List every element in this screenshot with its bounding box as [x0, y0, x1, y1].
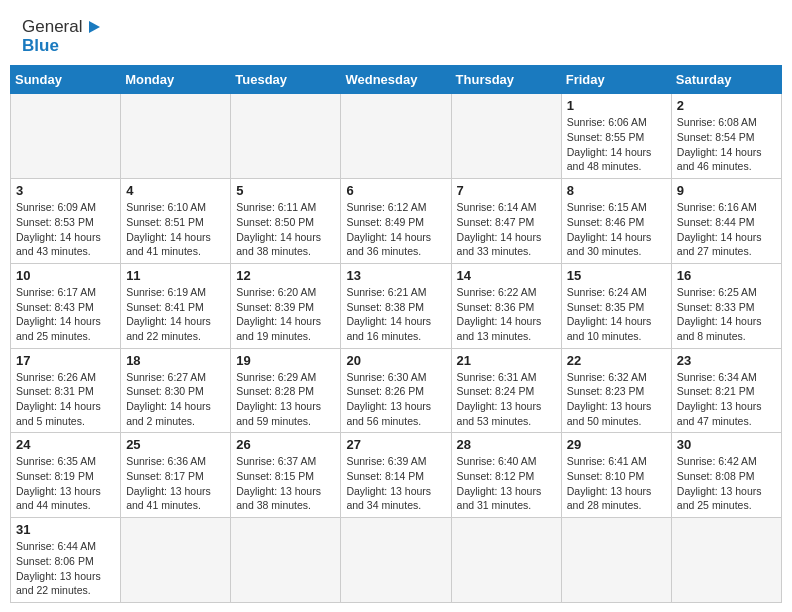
calendar-week-row: 1Sunrise: 6:06 AM Sunset: 8:55 PM Daylig… [11, 94, 782, 179]
calendar-cell: 20Sunrise: 6:30 AM Sunset: 8:26 PM Dayli… [341, 348, 451, 433]
calendar-cell: 6Sunrise: 6:12 AM Sunset: 8:49 PM Daylig… [341, 179, 451, 264]
day-number: 27 [346, 437, 445, 452]
calendar-cell [121, 518, 231, 603]
day-info: Sunrise: 6:27 AM Sunset: 8:30 PM Dayligh… [126, 370, 225, 429]
day-number: 2 [677, 98, 776, 113]
calendar-cell: 1Sunrise: 6:06 AM Sunset: 8:55 PM Daylig… [561, 94, 671, 179]
day-number: 18 [126, 353, 225, 368]
day-number: 31 [16, 522, 115, 537]
calendar-week-row: 17Sunrise: 6:26 AM Sunset: 8:31 PM Dayli… [11, 348, 782, 433]
day-number: 15 [567, 268, 666, 283]
calendar-cell [451, 518, 561, 603]
weekday-header-monday: Monday [121, 66, 231, 94]
day-number: 11 [126, 268, 225, 283]
page-header: General Blue [10, 10, 782, 59]
day-number: 8 [567, 183, 666, 198]
day-number: 9 [677, 183, 776, 198]
day-info: Sunrise: 6:34 AM Sunset: 8:21 PM Dayligh… [677, 370, 776, 429]
calendar-cell: 5Sunrise: 6:11 AM Sunset: 8:50 PM Daylig… [231, 179, 341, 264]
weekday-header-thursday: Thursday [451, 66, 561, 94]
day-number: 1 [567, 98, 666, 113]
day-info: Sunrise: 6:26 AM Sunset: 8:31 PM Dayligh… [16, 370, 115, 429]
calendar-cell: 2Sunrise: 6:08 AM Sunset: 8:54 PM Daylig… [671, 94, 781, 179]
day-number: 29 [567, 437, 666, 452]
day-info: Sunrise: 6:10 AM Sunset: 8:51 PM Dayligh… [126, 200, 225, 259]
calendar-cell: 25Sunrise: 6:36 AM Sunset: 8:17 PM Dayli… [121, 433, 231, 518]
calendar-cell: 22Sunrise: 6:32 AM Sunset: 8:23 PM Dayli… [561, 348, 671, 433]
day-number: 13 [346, 268, 445, 283]
day-info: Sunrise: 6:22 AM Sunset: 8:36 PM Dayligh… [457, 285, 556, 344]
calendar-week-row: 10Sunrise: 6:17 AM Sunset: 8:43 PM Dayli… [11, 263, 782, 348]
calendar-cell: 15Sunrise: 6:24 AM Sunset: 8:35 PM Dayli… [561, 263, 671, 348]
day-info: Sunrise: 6:32 AM Sunset: 8:23 PM Dayligh… [567, 370, 666, 429]
day-info: Sunrise: 6:17 AM Sunset: 8:43 PM Dayligh… [16, 285, 115, 344]
blue-text: Blue [22, 37, 102, 56]
svg-marker-0 [89, 21, 100, 33]
day-info: Sunrise: 6:12 AM Sunset: 8:49 PM Dayligh… [346, 200, 445, 259]
day-number: 14 [457, 268, 556, 283]
blue-arrow-icon [84, 18, 102, 36]
calendar-cell: 3Sunrise: 6:09 AM Sunset: 8:53 PM Daylig… [11, 179, 121, 264]
day-number: 23 [677, 353, 776, 368]
day-number: 3 [16, 183, 115, 198]
calendar-week-row: 3Sunrise: 6:09 AM Sunset: 8:53 PM Daylig… [11, 179, 782, 264]
weekday-header-tuesday: Tuesday [231, 66, 341, 94]
weekday-header-wednesday: Wednesday [341, 66, 451, 94]
day-number: 22 [567, 353, 666, 368]
day-number: 7 [457, 183, 556, 198]
day-number: 5 [236, 183, 335, 198]
day-number: 26 [236, 437, 335, 452]
calendar-cell: 11Sunrise: 6:19 AM Sunset: 8:41 PM Dayli… [121, 263, 231, 348]
calendar-cell: 16Sunrise: 6:25 AM Sunset: 8:33 PM Dayli… [671, 263, 781, 348]
calendar-cell: 9Sunrise: 6:16 AM Sunset: 8:44 PM Daylig… [671, 179, 781, 264]
day-number: 25 [126, 437, 225, 452]
day-number: 17 [16, 353, 115, 368]
calendar-cell [11, 94, 121, 179]
day-info: Sunrise: 6:41 AM Sunset: 8:10 PM Dayligh… [567, 454, 666, 513]
calendar-cell: 17Sunrise: 6:26 AM Sunset: 8:31 PM Dayli… [11, 348, 121, 433]
calendar-cell: 21Sunrise: 6:31 AM Sunset: 8:24 PM Dayli… [451, 348, 561, 433]
calendar-header-row: SundayMondayTuesdayWednesdayThursdayFrid… [11, 66, 782, 94]
calendar-cell: 19Sunrise: 6:29 AM Sunset: 8:28 PM Dayli… [231, 348, 341, 433]
day-number: 12 [236, 268, 335, 283]
calendar-cell: 23Sunrise: 6:34 AM Sunset: 8:21 PM Dayli… [671, 348, 781, 433]
calendar-table: SundayMondayTuesdayWednesdayThursdayFrid… [10, 65, 782, 603]
general-text: General [22, 18, 82, 37]
day-info: Sunrise: 6:35 AM Sunset: 8:19 PM Dayligh… [16, 454, 115, 513]
day-info: Sunrise: 6:42 AM Sunset: 8:08 PM Dayligh… [677, 454, 776, 513]
calendar-cell [451, 94, 561, 179]
weekday-header-friday: Friday [561, 66, 671, 94]
day-number: 21 [457, 353, 556, 368]
logo-text-block: General Blue [22, 18, 102, 55]
weekday-header-sunday: Sunday [11, 66, 121, 94]
day-info: Sunrise: 6:29 AM Sunset: 8:28 PM Dayligh… [236, 370, 335, 429]
calendar-cell: 31Sunrise: 6:44 AM Sunset: 8:06 PM Dayli… [11, 518, 121, 603]
day-number: 20 [346, 353, 445, 368]
day-info: Sunrise: 6:25 AM Sunset: 8:33 PM Dayligh… [677, 285, 776, 344]
day-number: 28 [457, 437, 556, 452]
calendar-cell: 24Sunrise: 6:35 AM Sunset: 8:19 PM Dayli… [11, 433, 121, 518]
calendar-cell: 30Sunrise: 6:42 AM Sunset: 8:08 PM Dayli… [671, 433, 781, 518]
calendar-cell: 26Sunrise: 6:37 AM Sunset: 8:15 PM Dayli… [231, 433, 341, 518]
day-info: Sunrise: 6:06 AM Sunset: 8:55 PM Dayligh… [567, 115, 666, 174]
day-info: Sunrise: 6:21 AM Sunset: 8:38 PM Dayligh… [346, 285, 445, 344]
day-number: 4 [126, 183, 225, 198]
day-number: 6 [346, 183, 445, 198]
day-info: Sunrise: 6:40 AM Sunset: 8:12 PM Dayligh… [457, 454, 556, 513]
day-info: Sunrise: 6:36 AM Sunset: 8:17 PM Dayligh… [126, 454, 225, 513]
calendar-cell: 27Sunrise: 6:39 AM Sunset: 8:14 PM Dayli… [341, 433, 451, 518]
calendar-cell [231, 94, 341, 179]
calendar-week-row: 24Sunrise: 6:35 AM Sunset: 8:19 PM Dayli… [11, 433, 782, 518]
day-info: Sunrise: 6:20 AM Sunset: 8:39 PM Dayligh… [236, 285, 335, 344]
calendar-cell [671, 518, 781, 603]
calendar-cell: 18Sunrise: 6:27 AM Sunset: 8:30 PM Dayli… [121, 348, 231, 433]
day-info: Sunrise: 6:19 AM Sunset: 8:41 PM Dayligh… [126, 285, 225, 344]
calendar-week-row: 31Sunrise: 6:44 AM Sunset: 8:06 PM Dayli… [11, 518, 782, 603]
day-info: Sunrise: 6:44 AM Sunset: 8:06 PM Dayligh… [16, 539, 115, 598]
day-info: Sunrise: 6:39 AM Sunset: 8:14 PM Dayligh… [346, 454, 445, 513]
day-info: Sunrise: 6:14 AM Sunset: 8:47 PM Dayligh… [457, 200, 556, 259]
day-info: Sunrise: 6:09 AM Sunset: 8:53 PM Dayligh… [16, 200, 115, 259]
calendar-cell: 10Sunrise: 6:17 AM Sunset: 8:43 PM Dayli… [11, 263, 121, 348]
day-info: Sunrise: 6:24 AM Sunset: 8:35 PM Dayligh… [567, 285, 666, 344]
day-info: Sunrise: 6:37 AM Sunset: 8:15 PM Dayligh… [236, 454, 335, 513]
